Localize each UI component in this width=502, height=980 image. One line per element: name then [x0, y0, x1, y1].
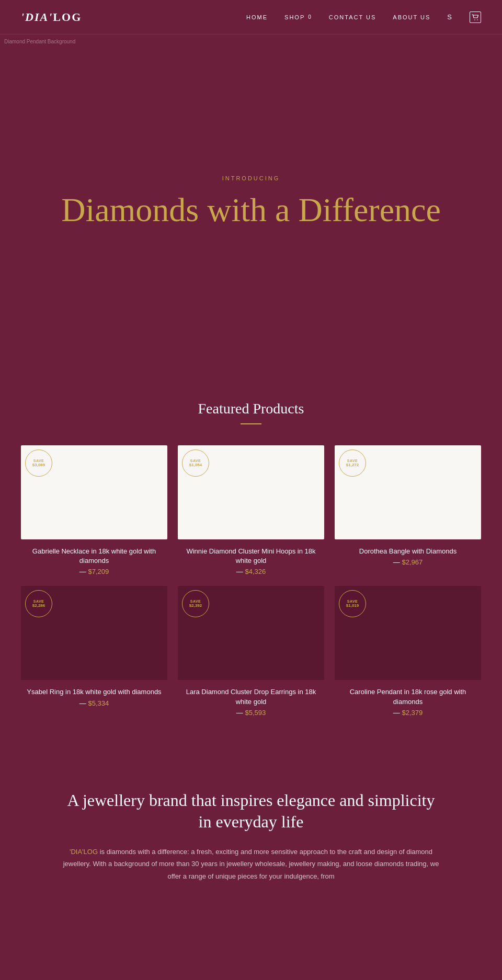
- nav-about[interactable]: ABOUT US: [393, 14, 430, 20]
- nav-search[interactable]: S: [447, 13, 453, 21]
- product-image-4: SAVE $2,286: [21, 586, 167, 680]
- hero-title: Diamonds with a Difference: [61, 192, 441, 228]
- product-name-2: Winnie Diamond Cluster Mini Hoops in 18k…: [178, 547, 324, 566]
- about-section: A jewellery brand that inspires elegance…: [0, 758, 502, 914]
- logo-part1: 'DIA': [21, 10, 53, 24]
- products-grid-row2: SAVE $2,286 Ysabel Ring in 18k white gol…: [21, 586, 481, 716]
- nav-home[interactable]: HOME: [246, 14, 268, 20]
- product-price-2: — $4,326: [178, 568, 324, 575]
- product-name-1: Gabrielle Necklace in 18k white gold wit…: [21, 547, 167, 566]
- nav-contact[interactable]: CONTACT US: [329, 14, 376, 20]
- svg-point-0: [474, 19, 475, 20]
- product-price-3: — $2,967: [335, 558, 481, 566]
- featured-header: Featured Products: [21, 400, 481, 424]
- products-grid-row1: SAVE $3,089 Gabrielle Necklace in 18k wh…: [21, 445, 481, 575]
- save-badge-4: SAVE $2,286: [25, 590, 52, 617]
- product-card-1[interactable]: SAVE $3,089 Gabrielle Necklace in 18k wh…: [21, 445, 167, 575]
- hero-bg-label: Diamond Pendant Background: [4, 39, 75, 44]
- product-price-1: — $7,209: [21, 568, 167, 575]
- nav-shop[interactable]: SHOP 0: [284, 14, 312, 20]
- product-card-3[interactable]: SAVE $1,272 Dorothea Bangle with Diamond…: [335, 445, 481, 575]
- featured-divider: [241, 423, 261, 424]
- save-badge-1: SAVE $3,089: [25, 449, 52, 477]
- product-name-5: Lara Diamond Cluster Drop Earrings in 18…: [178, 687, 324, 706]
- main-nav: HOME SHOP 0 CONTACT US ABOUT US S: [246, 11, 481, 23]
- product-image-3: SAVE $1,272: [335, 445, 481, 539]
- product-image-1: SAVE $3,089: [21, 445, 167, 539]
- product-card-5[interactable]: SAVE $2,392 Lara Diamond Cluster Drop Ea…: [178, 586, 324, 716]
- product-card-6[interactable]: SAVE $1,019 Caroline Pendant in 18k rose…: [335, 586, 481, 716]
- about-title: A jewellery brand that inspires elegance…: [63, 790, 439, 833]
- product-image-6: SAVE $1,019: [335, 586, 481, 680]
- product-name-6: Caroline Pendant in 18k rose gold with d…: [335, 687, 481, 706]
- product-card-2[interactable]: SAVE $1,054 Winnie Diamond Cluster Mini …: [178, 445, 324, 575]
- product-name-4: Ysabel Ring in 18k white gold with diamo…: [21, 687, 167, 697]
- save-badge-2: SAVE $1,054: [182, 449, 209, 477]
- save-badge-6: SAVE $1,019: [339, 590, 366, 617]
- hero-section: Diamond Pendant Background INTRODUCING D…: [0, 34, 502, 369]
- site-header: 'DIA'LOG HOME SHOP 0 CONTACT US ABOUT US…: [0, 0, 502, 34]
- product-image-2: SAVE $1,054: [178, 445, 324, 539]
- logo-part2: LOG: [53, 10, 82, 24]
- save-badge-3: SAVE $1,272: [339, 449, 366, 477]
- about-text: 'DIA'LOG is diamonds with a difference: …: [63, 846, 439, 882]
- featured-products-section: Featured Products SAVE $3,089 Gabrielle …: [0, 369, 502, 758]
- save-badge-5: SAVE $2,392: [182, 590, 209, 617]
- product-image-5: SAVE $2,392: [178, 586, 324, 680]
- site-logo[interactable]: 'DIA'LOG: [21, 10, 82, 24]
- hero-intro-text: INTRODUCING: [222, 175, 280, 181]
- product-card-4[interactable]: SAVE $2,286 Ysabel Ring in 18k white gol…: [21, 586, 167, 716]
- product-price-4: — $5,334: [21, 699, 167, 707]
- product-name-3: Dorothea Bangle with Diamonds: [335, 547, 481, 556]
- cart-button[interactable]: [470, 11, 481, 23]
- product-price-6: — $2,379: [335, 709, 481, 717]
- svg-point-1: [477, 19, 478, 20]
- product-price-5: — $5,593: [178, 709, 324, 717]
- featured-title: Featured Products: [21, 400, 481, 417]
